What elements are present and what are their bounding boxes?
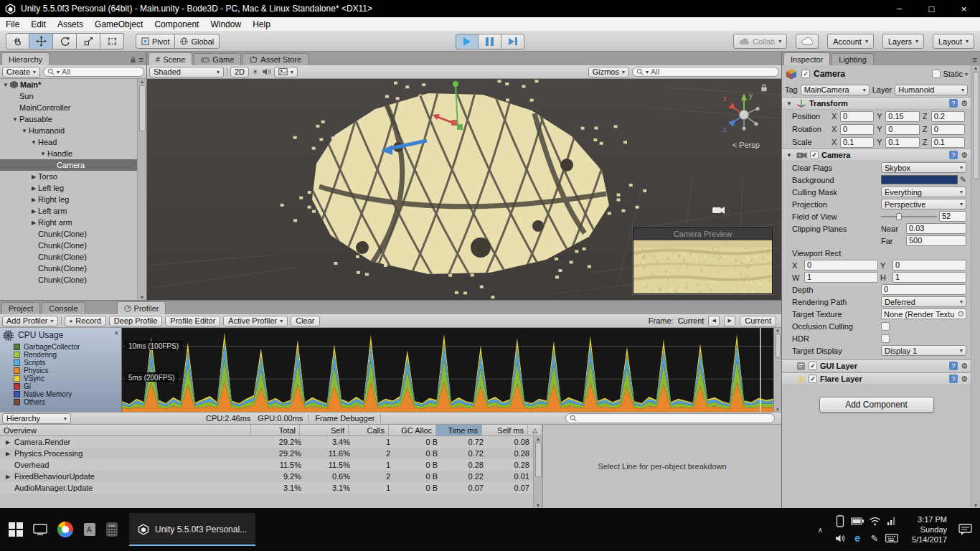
scrollbar-thumb[interactable] xyxy=(973,72,979,179)
scene-search-input[interactable]: ▾ All xyxy=(632,67,779,77)
foldout-icon[interactable]: ▼ xyxy=(20,128,29,134)
field-position-z[interactable]: 0.2 xyxy=(931,111,965,122)
hierarchy-item-maincontroller[interactable]: MainController xyxy=(0,102,137,113)
gameobject-enabled-checkbox[interactable]: ✓ xyxy=(801,70,810,78)
tab-asset-store[interactable]: Asset Store xyxy=(242,53,308,65)
deep-profile-button[interactable]: Deep Profile xyxy=(109,316,163,326)
field-scale-y[interactable]: 0.1 xyxy=(885,137,919,148)
legend-item-native-memory[interactable]: Native Memory xyxy=(14,390,118,398)
help-icon[interactable]: ? xyxy=(949,362,958,370)
menu-window[interactable]: Window xyxy=(204,17,247,31)
calculator-icon[interactable] xyxy=(106,522,118,537)
menu-gameobject[interactable]: GameObject xyxy=(89,17,149,31)
legend-item-others[interactable]: Others xyxy=(14,398,118,406)
tab-inspector[interactable]: Inspector xyxy=(783,52,830,65)
search-filter-chevron-icon[interactable]: ▾ xyxy=(57,69,60,75)
foldout-icon[interactable]: ▼ xyxy=(11,116,19,123)
hierarchy-item-torso[interactable]: ▶Torso xyxy=(0,171,137,182)
pause-button[interactable] xyxy=(479,34,501,50)
wifi-icon[interactable] xyxy=(869,517,881,526)
hierarchy-item-sun[interactable]: Sun xyxy=(0,90,137,102)
field-h[interactable]: 1 xyxy=(892,272,966,283)
gear-icon[interactable]: ⚙ xyxy=(961,99,968,108)
record-toggle-button[interactable]: ● Record xyxy=(65,316,106,326)
foldout-icon[interactable]: ▶ xyxy=(29,185,38,192)
legend-item-scripts[interactable]: Scripts xyxy=(14,359,118,367)
add-component-button[interactable]: Add Component xyxy=(819,397,934,413)
fov-value-field[interactable]: 52 xyxy=(939,211,966,222)
tab-project[interactable]: Project xyxy=(1,302,40,314)
scrollbar-thumb[interactable] xyxy=(535,443,542,477)
hierarchy-item-chunk-clone[interactable]: Chunk(Clone) xyxy=(0,274,137,286)
foldout-icon[interactable]: ▶ xyxy=(4,451,12,457)
hierarchy-scrollbar[interactable]: ▲ ▼ xyxy=(137,79,146,300)
profiler-row-audiomanager-update[interactable]: AudioManager.Update3.1%3.1%10 B0.070.07 xyxy=(0,482,533,494)
column-header-gc-alloc[interactable]: GC Alloc xyxy=(389,425,436,435)
field-near[interactable]: 0.03 xyxy=(906,223,966,234)
field-w[interactable]: 1 xyxy=(804,272,878,283)
unity-task-button[interactable]: Unity 5.5.0f3 Personal... xyxy=(129,513,255,546)
field-y[interactable]: 0 xyxy=(892,260,966,270)
legend-item-garbagecollector[interactable]: GarbageCollector xyxy=(14,343,118,351)
gear-icon[interactable]: ⚙ xyxy=(961,362,968,371)
start-button[interactable] xyxy=(9,522,23,537)
hierarchy-item-chunk-clone[interactable]: Chunk(Clone) xyxy=(0,251,137,263)
column-header-warnings[interactable]: △ xyxy=(528,425,542,435)
scroll-down-icon[interactable]: ▼ xyxy=(140,295,145,300)
hidden-icons-button[interactable]: ∧ xyxy=(815,526,826,534)
app-document-icon[interactable]: A xyxy=(83,522,96,537)
flare-layer-component-header[interactable]: ✓ Flare Layer ? ⚙ xyxy=(782,372,971,385)
scroll-up-icon[interactable]: ▲ xyxy=(776,328,780,332)
profiler-search-input[interactable] xyxy=(565,413,775,423)
hierarchy-item-main[interactable]: ▼Main* xyxy=(0,79,137,90)
fov-slider[interactable] xyxy=(881,212,937,221)
field-position-x[interactable]: 0 xyxy=(840,111,874,122)
pen-tray-icon[interactable]: ✎ xyxy=(871,533,879,544)
active-profiler-dropdown[interactable]: Active Profiler ▾ xyxy=(223,316,288,326)
close-button[interactable]: × xyxy=(948,0,980,17)
field-depth[interactable]: 0 xyxy=(881,284,966,295)
chart-scrollbar[interactable]: ▲ ▼ xyxy=(773,328,781,412)
help-icon[interactable]: ? xyxy=(949,375,958,383)
background-color-swatch[interactable] xyxy=(881,175,958,184)
previous-frame-button[interactable]: ◀ xyxy=(708,316,720,326)
column-header-time-ms[interactable]: Time ms xyxy=(436,425,482,435)
field-rotation-x[interactable]: 0 xyxy=(840,124,874,135)
field-x[interactable]: 0 xyxy=(804,260,878,270)
hierarchy-item-left-leg[interactable]: ▶Left leg xyxy=(0,182,137,194)
hierarchy-item-chunk-clone[interactable]: Chunk(Clone) xyxy=(0,228,137,240)
layer-dropdown[interactable]: Humanoid ▾ xyxy=(895,85,968,95)
phone-icon[interactable] xyxy=(836,515,844,527)
move-tool-button[interactable] xyxy=(29,33,53,50)
foldout-icon[interactable]: ▼ xyxy=(29,139,38,146)
scene-lighting-toggle[interactable]: ☀ xyxy=(252,67,259,77)
hierarchy-item-handle[interactable]: ▼Handle xyxy=(0,148,137,159)
cloud-button[interactable] xyxy=(796,34,819,49)
maximize-button[interactable]: □ xyxy=(915,0,948,17)
field-rotation-z[interactable]: 0 xyxy=(931,124,965,135)
play-button[interactable] xyxy=(456,34,479,50)
menu-component[interactable]: Component xyxy=(149,17,204,31)
column-header-overview[interactable]: Overview xyxy=(0,425,251,435)
foldout-icon[interactable]: ▶ xyxy=(4,474,12,480)
help-icon[interactable]: ? xyxy=(949,151,958,159)
panel-menu-icon[interactable]: ≡ xyxy=(973,55,977,64)
shading-mode-dropdown[interactable]: Shaded ▾ xyxy=(149,67,224,77)
legend-item-physics[interactable]: Physics xyxy=(14,367,118,375)
foldout-icon[interactable]: ▶ xyxy=(29,174,38,180)
tab-lighting[interactable]: Lighting xyxy=(831,53,874,65)
legend-item-vsync[interactable]: VSync xyxy=(14,375,118,382)
dropdown-rendering-path[interactable]: Deferred▾ xyxy=(881,296,966,307)
hierarchy-item-right-arm[interactable]: ▶Right arm xyxy=(0,217,137,228)
gui-layer-enabled-checkbox[interactable]: ✓ xyxy=(809,362,817,370)
static-checkbox[interactable] xyxy=(932,70,941,78)
tab-console[interactable]: Console xyxy=(42,302,85,314)
tag-dropdown[interactable]: MainCamera ▾ xyxy=(801,85,870,95)
checkbox-hdr[interactable] xyxy=(881,334,890,343)
tab-game[interactable]: Game xyxy=(194,53,241,65)
hand-tool-button[interactable] xyxy=(6,33,29,50)
battery-icon[interactable] xyxy=(851,517,864,525)
action-center-icon[interactable] xyxy=(958,523,973,536)
hierarchy-item-head[interactable]: ▼Head xyxy=(0,136,137,148)
field-position-y[interactable]: 0.15 xyxy=(885,111,919,122)
